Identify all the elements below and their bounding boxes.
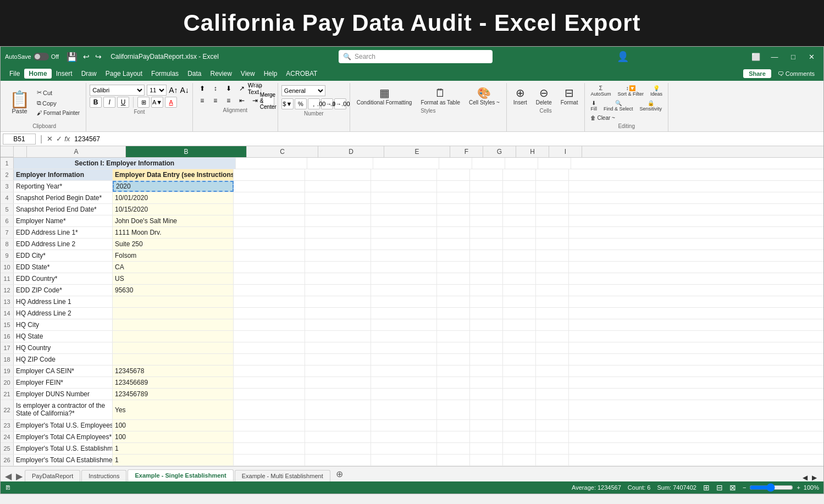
align-mid-btn[interactable]: ↕	[209, 83, 222, 94]
cell-c1[interactable]	[236, 158, 307, 169]
cell-d17[interactable]	[305, 342, 371, 353]
cell-h23[interactable]	[503, 420, 536, 431]
menu-file[interactable]: File	[5, 69, 24, 79]
menu-data[interactable]: Data	[183, 69, 206, 79]
cell-b5[interactable]: 10/15/2020	[113, 204, 234, 215]
cell-a7[interactable]: EDD Address Line 1*	[14, 227, 113, 238]
cell-d10[interactable]	[305, 262, 371, 273]
cell-b3[interactable]: 2020	[113, 181, 234, 192]
ideas-button[interactable]: 💡 Ideas	[648, 84, 665, 98]
cell-f9[interactable]	[437, 250, 470, 261]
profile-icon[interactable]: 👤	[617, 51, 629, 63]
save-icon[interactable]: 💾	[67, 52, 78, 62]
cell-a5[interactable]: Snapshot Period End Date*	[14, 204, 113, 215]
cell-b19[interactable]: 12345678	[113, 365, 234, 376]
maximize-btn[interactable]: □	[786, 51, 800, 63]
undo-icon[interactable]: ↩	[83, 52, 90, 61]
cell-h7[interactable]	[503, 227, 536, 238]
cell-h26[interactable]	[503, 455, 536, 466]
bold-button[interactable]: B	[90, 97, 102, 108]
cell-g11[interactable]	[470, 273, 503, 284]
cell-b16[interactable]	[113, 331, 234, 342]
clear-button[interactable]: 🗑 Clear ~	[588, 114, 665, 122]
sheet-tab-example-single[interactable]: Example - Single Establishment	[128, 469, 233, 481]
orientation-btn[interactable]: ↗	[236, 83, 248, 94]
cell-h21[interactable]	[503, 389, 536, 400]
search-box[interactable]: 🔍 Search	[339, 50, 493, 63]
cell-e11[interactable]	[371, 273, 437, 284]
cell-h19[interactable]	[503, 365, 536, 376]
cell-i22[interactable]	[536, 400, 569, 419]
nav-right-icon[interactable]: ▶	[14, 471, 25, 481]
cell-a16[interactable]: HQ State	[14, 331, 113, 342]
cell-reference-input[interactable]: B51	[3, 134, 36, 145]
cell-f13[interactable]	[437, 296, 470, 307]
zoom-out-icon[interactable]: −	[743, 484, 746, 491]
cell-e18[interactable]	[371, 354, 437, 365]
cell-e15[interactable]	[371, 319, 437, 330]
insert-button[interactable]: ⊕ Insert	[510, 85, 530, 107]
add-sheet-button[interactable]: ⊕	[331, 467, 347, 481]
cell-g25[interactable]	[470, 443, 503, 454]
cell-g15[interactable]	[470, 319, 503, 330]
cut-button[interactable]: ✂ Cut	[34, 88, 82, 97]
align-bottom-btn[interactable]: ⬇	[223, 83, 235, 94]
cell-b2[interactable]: Employer Data Entry (see Instructions)	[113, 169, 234, 180]
cell-a13[interactable]: HQ Address Line 1	[14, 296, 113, 307]
cell-f8[interactable]	[437, 239, 470, 250]
cell-d18[interactable]	[305, 354, 371, 365]
cell-d14[interactable]	[305, 308, 371, 319]
formula-input[interactable]: 1234567	[74, 134, 821, 145]
align-top-btn[interactable]: ⬆	[196, 83, 208, 94]
find-select-button[interactable]: 🔍 Find & Select	[601, 99, 635, 113]
cell-h2[interactable]	[503, 169, 536, 180]
cell-e25[interactable]	[371, 443, 437, 454]
cell-e7[interactable]	[371, 227, 437, 238]
cell-g6[interactable]	[470, 215, 503, 226]
cell-h3[interactable]	[503, 181, 536, 192]
copy-button[interactable]: ⧉ Copy	[34, 98, 82, 108]
cell-a3[interactable]: Reporting Year*	[14, 181, 113, 192]
cell-i2[interactable]	[536, 169, 569, 180]
cell-a24[interactable]: Employer's Total CA Employees*	[14, 431, 113, 442]
cell-c7[interactable]	[234, 227, 305, 238]
cell-h4[interactable]	[503, 192, 536, 203]
cell-b17[interactable]	[113, 342, 234, 353]
cell-g22[interactable]	[470, 400, 503, 419]
cell-d16[interactable]	[305, 331, 371, 342]
cell-b22[interactable]: Yes	[113, 400, 234, 419]
cell-f3[interactable]	[437, 181, 470, 192]
cell-i20[interactable]	[536, 377, 569, 388]
cell-f5[interactable]	[437, 204, 470, 215]
cell-i13[interactable]	[536, 296, 569, 307]
menu-home[interactable]: Home	[24, 69, 51, 79]
cell-b24[interactable]: 100	[113, 431, 234, 442]
cell-e4[interactable]	[371, 192, 437, 203]
cell-e23[interactable]	[371, 420, 437, 431]
align-center-btn[interactable]: ≡	[209, 95, 222, 106]
align-left-btn[interactable]: ≡	[196, 95, 208, 106]
cell-d4[interactable]	[305, 192, 371, 203]
cell-i1[interactable]	[538, 158, 571, 169]
cell-g14[interactable]	[470, 308, 503, 319]
cell-i17[interactable]	[536, 342, 569, 353]
cell-f2[interactable]	[437, 169, 470, 180]
font-size-select[interactable]: 11	[147, 85, 167, 96]
cell-f12[interactable]	[437, 285, 470, 296]
cell-f18[interactable]	[437, 354, 470, 365]
cell-c23[interactable]	[234, 420, 305, 431]
page-layout-view-btn[interactable]: ⊟	[716, 483, 723, 492]
cell-g19[interactable]	[470, 365, 503, 376]
cell-c20[interactable]	[234, 377, 305, 388]
underline-button[interactable]: U	[117, 97, 129, 108]
cell-a23[interactable]: Employer's Total U.S. Employees*	[14, 420, 113, 431]
cell-f23[interactable]	[437, 420, 470, 431]
cell-d1[interactable]	[307, 158, 373, 169]
borders-button[interactable]: ⊞	[137, 97, 150, 108]
cell-a20[interactable]: Employer FEIN*	[14, 377, 113, 388]
minimize-btn[interactable]: ⬜	[749, 51, 763, 63]
col-header-g[interactable]: G	[483, 146, 516, 157]
cell-h18[interactable]	[503, 354, 536, 365]
cell-e2[interactable]	[371, 169, 437, 180]
cell-b20[interactable]: 123456689	[113, 377, 234, 388]
